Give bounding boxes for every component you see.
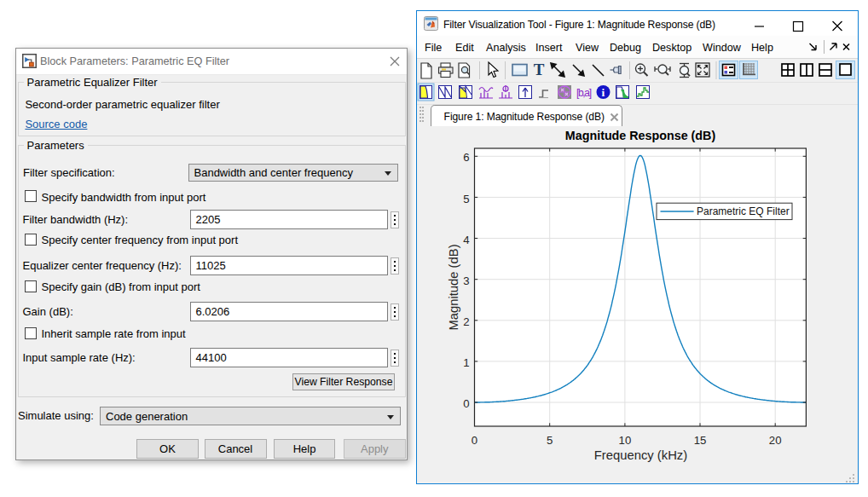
svg-text:[b,a]: [b,a] — [576, 87, 592, 99]
svg-text:20: 20 — [769, 434, 782, 447]
svg-text:5: 5 — [463, 193, 469, 205]
svg-text:4: 4 — [463, 234, 469, 246]
svg-text:Parametric EQ Filter: Parametric EQ Filter — [697, 205, 790, 217]
svg-text:T: T — [534, 61, 545, 78]
svg-text:2: 2 — [463, 315, 469, 328]
svg-text:Frequency (kHz): Frequency (kHz) — [594, 448, 687, 462]
svg-text:1: 1 — [463, 356, 469, 369]
svg-text:6: 6 — [463, 151, 469, 164]
svg-text:0: 0 — [472, 434, 477, 447]
svg-text:5: 5 — [547, 434, 553, 447]
svg-text:15: 15 — [694, 434, 707, 447]
svg-text:i: i — [602, 86, 605, 99]
svg-text:10: 10 — [619, 434, 632, 447]
svg-text:Magnitude Response (dB): Magnitude Response (dB) — [565, 129, 716, 142]
svg-text:0: 0 — [463, 397, 469, 410]
svg-text:Magnitude (dB): Magnitude (dB) — [447, 244, 460, 330]
svg-text:3: 3 — [463, 275, 469, 287]
